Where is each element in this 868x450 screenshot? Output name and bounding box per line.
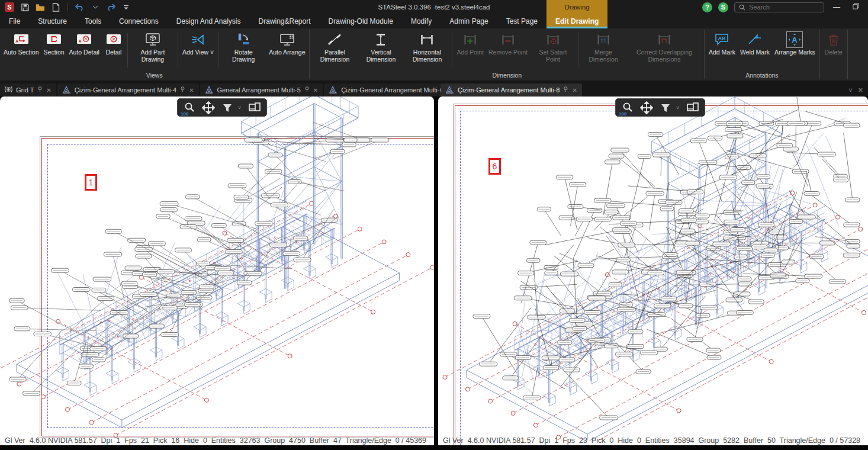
- horizontal-dimension-button[interactable]: Horizontal Dimension: [404, 31, 450, 64]
- add-part-drawing-button[interactable]: Add Part Drawing: [130, 31, 176, 64]
- menu-item-edit-drawing[interactable]: Edit Drawing: [546, 14, 607, 28]
- viewport-toolbar: 100 ˅: [177, 98, 267, 117]
- menu-item-modify[interactable]: Modify: [402, 14, 441, 28]
- add-point-button: Add Point: [454, 31, 486, 57]
- tab-strip-controls: ˅✕: [844, 86, 868, 97]
- document-tab-çizim-general-arrangement-multi-8[interactable]: Çizim-General Arrangement Multi-8✕: [441, 83, 582, 97]
- auto-detail-icon: A: [76, 32, 92, 47]
- divider: [847, 30, 848, 79]
- chevron-down-icon[interactable]: [91, 2, 100, 12]
- menu-item-structure[interactable]: Structure: [29, 14, 76, 28]
- avatar[interactable]: S: [718, 2, 728, 12]
- menu-item-design-and-analysis[interactable]: Design And Analysis: [168, 14, 250, 28]
- layout-tool[interactable]: [246, 100, 263, 115]
- layout-tool[interactable]: [684, 100, 701, 115]
- customize-toolbar-icon[interactable]: [121, 2, 131, 12]
- ribbon-group-label: Views: [1, 71, 307, 81]
- restore-button[interactable]: [849, 3, 862, 11]
- auto-section-icon: A: [14, 32, 29, 47]
- search-input[interactable]: [749, 4, 808, 11]
- sheet-number-badge: 1: [85, 174, 97, 191]
- document-tab-çizim-general-arrangement-multi-4[interactable]: Çizim-General Arrangement Multi-4✕: [57, 83, 199, 97]
- pin-icon[interactable]: [304, 86, 310, 94]
- app-logo[interactable]: S: [5, 2, 14, 12]
- svg-text:S: S: [7, 4, 11, 11]
- ribbon-group-dimension: Parallel DimensionVertical DimensionHori…: [310, 28, 703, 81]
- drawing-icon: [62, 86, 71, 95]
- arrange-marks-button[interactable]: AArrange Marks: [772, 31, 818, 57]
- new-file-icon[interactable]: [51, 2, 60, 12]
- pin-icon[interactable]: [563, 86, 568, 94]
- delete-button: Delete: [822, 31, 846, 57]
- set-satart-point-button: Set Satart Point: [530, 31, 576, 64]
- menu-item-drawing-report[interactable]: Drawing&Report: [250, 14, 320, 28]
- zoom-tool[interactable]: 100: [619, 100, 636, 115]
- close-icon[interactable]: ✕: [858, 86, 863, 94]
- filter-tool[interactable]: [219, 100, 236, 115]
- menu-item-drawing-old-module[interactable]: Drawing-Old Module: [320, 14, 402, 28]
- application-window: S STASteel 3.0.396 -test2 v3.steel4cad D…: [0, 0, 868, 450]
- pan-tool[interactable]: [638, 100, 655, 115]
- drawing-panel-left[interactable]: 100 ˅ 1 Gl Ver 4.6.0 NVIDIA 581.57 Dpi: [0, 97, 434, 445]
- menu-item-file[interactable]: File: [0, 14, 29, 28]
- vertical-dimension-button[interactable]: Vertical Dimension: [358, 31, 404, 64]
- drawing-panel-right[interactable]: 100 ˅ 6 Gl Ver 4.6.0 NVIDIA 581.57 Dpi: [438, 97, 868, 445]
- tab-label: Çizim-General Arrangement Multi-6: [341, 86, 443, 94]
- weld-mark-button[interactable]: Weld Mark: [738, 31, 772, 57]
- open-folder-icon[interactable]: [36, 2, 45, 12]
- tab-list-icon[interactable]: ˅: [848, 86, 852, 94]
- document-tab-grid-t[interactable]: Grid T✕: [0, 83, 56, 97]
- parallel-dim-icon: [327, 32, 342, 47]
- add-part-drawing-icon: [145, 32, 160, 47]
- zoom-level: 100: [181, 111, 188, 117]
- remove-point-icon: [500, 32, 516, 47]
- grid-icon: [5, 86, 12, 94]
- filter-dropdown-icon[interactable]: ˅: [676, 105, 682, 111]
- button-label: Horizontal Dimension: [406, 49, 448, 63]
- close-icon[interactable]: ✕: [313, 87, 318, 94]
- button-label: Auto Section: [4, 49, 39, 56]
- auto-detail-button[interactable]: AAuto Detail: [67, 31, 102, 57]
- ribbon-group-views: AAuto SectionSectionAAuto DetailDetailAd…: [0, 28, 308, 81]
- save-icon[interactable]: [20, 2, 30, 12]
- undo-icon[interactable]: [75, 2, 85, 12]
- add-view-button[interactable]: Add View ˅: [180, 31, 216, 57]
- auto-arrange-button[interactable]: Auto Arrange: [266, 31, 307, 57]
- button-label: Add View ˅: [182, 49, 214, 56]
- add-mark-button[interactable]: ABAdd Mark: [706, 31, 738, 57]
- detail-button[interactable]: Detail: [102, 31, 126, 57]
- remove-point-button: Remove Point: [486, 31, 530, 57]
- parallel-dimension-button[interactable]: Parallel Dimension: [311, 31, 358, 64]
- document-tab-general-arrangement-multi-5[interactable]: General Arrangement Multi-5✕: [200, 83, 323, 97]
- viewport-toolbar: 100 ˅: [615, 98, 705, 117]
- menu-item-admin-page[interactable]: Admin Page: [441, 14, 497, 28]
- help-button[interactable]: ?: [702, 2, 712, 12]
- search-box[interactable]: [734, 2, 824, 12]
- redo-icon[interactable]: [106, 2, 115, 12]
- button-label: Remove Point: [488, 49, 528, 56]
- menu-item-connections[interactable]: Connections: [110, 14, 168, 28]
- close-icon[interactable]: ✕: [189, 87, 194, 94]
- close-icon[interactable]: ✕: [46, 87, 51, 94]
- minimize-button[interactable]: —: [830, 3, 843, 11]
- add-view-icon: [191, 32, 206, 47]
- add-mark-icon: AB: [714, 32, 729, 47]
- close-icon[interactable]: ✕: [572, 87, 577, 94]
- drawing-icon: [445, 86, 454, 95]
- button-label: Weld Mark: [740, 49, 770, 56]
- pin-icon[interactable]: [37, 86, 43, 94]
- pin-icon[interactable]: [180, 86, 185, 94]
- auto-section-button[interactable]: AAuto Section: [1, 31, 41, 57]
- menu-item-test-page[interactable]: Test Page: [497, 14, 546, 28]
- menu-item-tools[interactable]: Tools: [76, 14, 110, 28]
- button-label: Auto Detail: [69, 49, 99, 56]
- filter-tool[interactable]: [657, 100, 674, 115]
- section-button[interactable]: Section: [41, 31, 67, 57]
- ribbon-group-misc: Delete: [821, 28, 847, 81]
- rotate-drawing-button[interactable]: Rotate Drawing: [220, 31, 266, 64]
- pan-tool[interactable]: [200, 100, 217, 115]
- contextual-tab-drawing[interactable]: Drawing: [546, 0, 607, 14]
- filter-dropdown-icon[interactable]: ˅: [238, 105, 244, 111]
- zoom-tool[interactable]: 100: [181, 100, 198, 115]
- divider: [819, 30, 820, 79]
